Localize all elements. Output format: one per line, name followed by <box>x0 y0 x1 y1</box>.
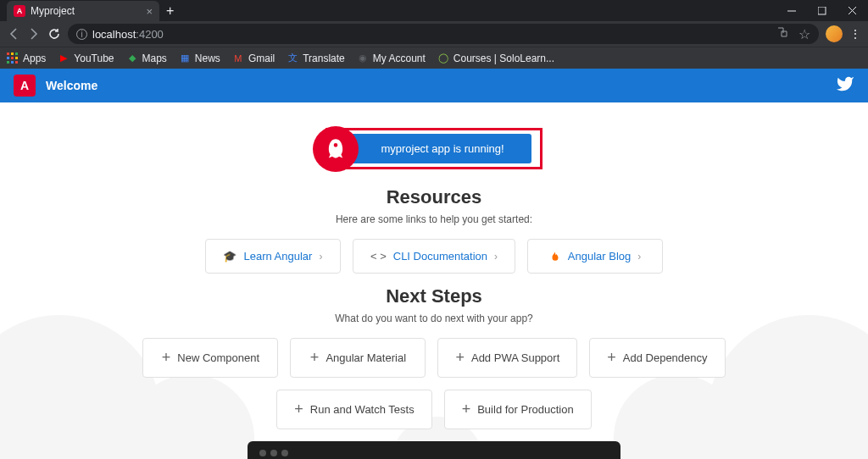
maps-icon: ◆ <box>126 53 138 64</box>
app-toolbar: A Welcome <box>0 69 868 102</box>
rocket-icon <box>324 137 348 161</box>
graduation-icon: 🎓 <box>223 250 236 263</box>
terminal-panel: ng generate component xyz <box>248 441 620 459</box>
site-info-icon[interactable]: i <box>76 29 87 40</box>
bookmark-maps[interactable]: ◆Maps <box>126 53 167 64</box>
bookmark-star-icon[interactable]: ☆ <box>798 26 810 42</box>
chevron-right-icon: › <box>494 251 498 263</box>
plus-icon: + <box>455 349 465 367</box>
next-steps-title: Next Steps <box>0 285 868 307</box>
angular-logo-icon: A <box>14 75 36 97</box>
card-label: Add Dependency <box>623 351 708 364</box>
plus-icon: + <box>462 401 471 418</box>
browser-navbar: i localhost:4200 ☆ ⋮ <box>0 21 868 47</box>
url-text: localhost:4200 <box>92 28 164 41</box>
bookmark-label: Gmail <box>248 53 275 64</box>
code-icon: < > <box>370 250 387 263</box>
add-dependency-button[interactable]: +Add Dependency <box>589 338 725 378</box>
resource-cards: 🎓 Learn Angular › < > CLI Documentation … <box>0 239 868 274</box>
card-label: Build for Production <box>477 403 573 416</box>
youtube-icon: ▶ <box>58 53 70 64</box>
resources-title: Resources <box>0 186 868 208</box>
card-label: CLI Documentation <box>393 250 487 263</box>
svg-rect-1 <box>818 7 826 14</box>
rocket-badge <box>313 126 359 172</box>
bookmarks-bar: Apps ▶YouTube ◆Maps ▦News MGmail 文Transl… <box>0 47 868 69</box>
reload-button[interactable] <box>47 27 61 41</box>
running-highlight: myproject app is running! <box>326 128 542 169</box>
browser-tab[interactable]: A Myproject × <box>7 1 159 21</box>
bookmark-sololearn[interactable]: ◯Courses | SoloLearn... <box>437 53 554 64</box>
terminal-dots <box>259 450 609 456</box>
chevron-right-icon: › <box>319 251 322 263</box>
card-label: Learn Angular <box>243 250 312 263</box>
flame-icon <box>549 251 561 263</box>
bookmark-gmail[interactable]: MGmail <box>232 53 275 64</box>
translate-icon: 文 <box>287 53 298 64</box>
build-production-button[interactable]: +Build for Production <box>444 390 592 429</box>
card-label: Angular Blog <box>568 250 631 263</box>
twitter-link[interactable] <box>836 75 854 97</box>
bookmark-label: YouTube <box>74 53 114 64</box>
close-window-button[interactable] <box>837 0 868 21</box>
back-button[interactable] <box>7 27 20 41</box>
plus-icon: + <box>310 349 320 367</box>
minimize-button[interactable] <box>776 0 807 21</box>
new-tab-button[interactable]: + <box>159 3 181 19</box>
next-steps-subtitle: What do you want to do next with your ap… <box>0 312 868 324</box>
add-pwa-button[interactable]: +Add PWA Support <box>437 338 577 378</box>
gmail-icon: M <box>232 53 244 64</box>
new-component-button[interactable]: +New Component <box>142 338 278 378</box>
account-icon: ◉ <box>357 53 369 64</box>
card-label: Run and Watch Tests <box>310 403 415 416</box>
translate-icon[interactable] <box>776 26 788 41</box>
learn-angular-link[interactable]: 🎓 Learn Angular › <box>205 239 341 274</box>
chevron-right-icon: › <box>637 251 641 263</box>
card-label: Add PWA Support <box>471 351 559 364</box>
bookmark-news[interactable]: ▦News <box>179 53 220 64</box>
main-content: myproject app is running! Resources Here… <box>0 102 868 459</box>
bookmark-label: Maps <box>142 53 167 64</box>
angular-material-button[interactable]: +Angular Material <box>290 338 426 378</box>
close-tab-icon[interactable]: × <box>146 5 153 18</box>
forward-button[interactable] <box>27 27 41 41</box>
bookmark-label: News <box>195 53 220 64</box>
bookmark-label: Apps <box>23 53 46 64</box>
news-icon: ▦ <box>179 53 191 64</box>
bookmark-translate[interactable]: 文Translate <box>287 53 345 64</box>
bookmark-label: Courses | SoloLearn... <box>453 53 554 64</box>
window-controls <box>776 0 868 21</box>
angular-favicon: A <box>14 5 25 17</box>
plus-icon: + <box>607 349 616 367</box>
plus-icon: + <box>294 401 303 418</box>
tab-title: Myproject <box>31 5 75 17</box>
page-title: Welcome <box>46 79 97 92</box>
bookmark-youtube[interactable]: ▶YouTube <box>58 53 114 64</box>
address-bar[interactable]: i localhost:4200 ☆ <box>68 24 819 44</box>
running-banner: myproject app is running! <box>333 134 531 163</box>
bookmark-apps[interactable]: Apps <box>7 53 46 64</box>
apps-grid-icon <box>7 53 19 64</box>
bookmark-myaccount[interactable]: ◉My Account <box>357 53 426 64</box>
sololearn-icon: ◯ <box>437 53 449 64</box>
maximize-button[interactable] <box>807 0 837 21</box>
menu-button[interactable]: ⋮ <box>849 27 861 41</box>
card-label: Angular Material <box>326 351 406 364</box>
profile-avatar[interactable] <box>826 25 843 42</box>
angular-blog-link[interactable]: Angular Blog › <box>527 239 663 274</box>
card-label: New Component <box>177 351 259 364</box>
run-tests-button[interactable]: +Run and Watch Tests <box>276 390 431 429</box>
bookmark-label: Translate <box>303 53 345 64</box>
bookmark-label: My Account <box>373 53 426 64</box>
plus-icon: + <box>162 349 171 367</box>
browser-titlebar: A Myproject × + <box>0 0 868 21</box>
resources-subtitle: Here are some links to help you get star… <box>0 213 868 225</box>
cli-docs-link[interactable]: < > CLI Documentation › <box>353 239 515 274</box>
